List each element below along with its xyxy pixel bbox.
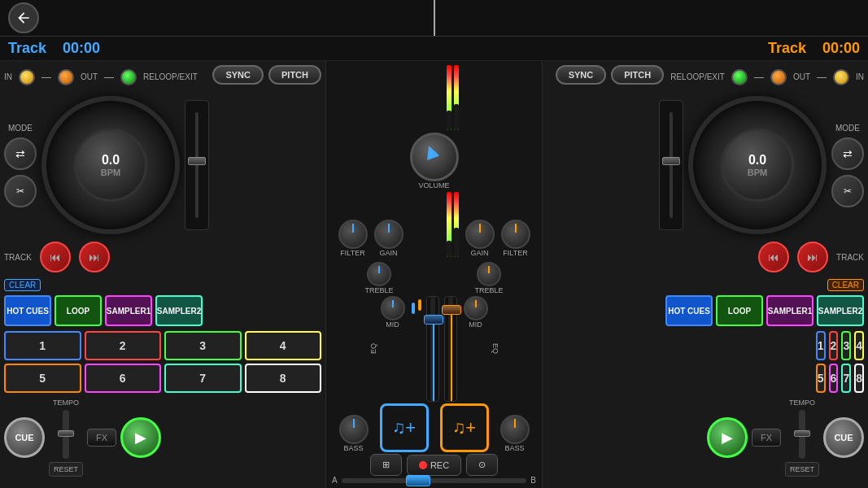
add-track-left-button[interactable]: ♫+ bbox=[380, 403, 429, 452]
left-fader-thumb[interactable] bbox=[424, 315, 443, 325]
right-pad-3[interactable]: 3 bbox=[841, 331, 851, 360]
right-reloop-label: RELOOP/EXIT bbox=[670, 72, 725, 81]
filter-left-knob[interactable] bbox=[338, 220, 368, 249]
eq-button[interactable]: ⊞ bbox=[370, 454, 402, 476]
right-pitch-button[interactable]: PITCH bbox=[611, 65, 664, 85]
left-jog-section: MODE ⇄ ✂ 0.0 BPM bbox=[4, 96, 321, 234]
left-loop-button[interactable]: LOOP bbox=[55, 295, 102, 326]
left-sampler1-button[interactable]: SAMPLER1 bbox=[105, 295, 152, 326]
left-prev-track-button[interactable]: ⏮ bbox=[40, 242, 71, 272]
right-fx-button[interactable]: FX bbox=[752, 429, 781, 447]
left-jog-wheel[interactable]: 0.0 BPM bbox=[41, 96, 180, 234]
right-pad-4[interactable]: 4 bbox=[854, 331, 864, 360]
left-mode-btn2[interactable]: ✂ bbox=[4, 175, 37, 207]
left-in-led[interactable] bbox=[19, 69, 35, 85]
right-next-track-button[interactable]: ⏭ bbox=[797, 242, 828, 272]
left-reset-button[interactable]: RESET bbox=[49, 462, 83, 477]
mid-left-knob[interactable] bbox=[381, 296, 405, 320]
left-pad-5[interactable]: 5 bbox=[4, 364, 81, 393]
left-reloop-led[interactable] bbox=[120, 69, 137, 85]
right-pitch-slider[interactable] bbox=[659, 100, 683, 230]
treble-left-label: TREBLE bbox=[364, 286, 393, 294]
left-mode-buttons: MODE ⇄ ✂ bbox=[4, 124, 37, 207]
right-mode-btn2[interactable]: ✂ bbox=[831, 175, 864, 207]
right-pad-6[interactable]: 6 bbox=[829, 364, 839, 393]
right-in-led[interactable] bbox=[833, 69, 849, 85]
left-pad-4[interactable]: 4 bbox=[245, 331, 322, 360]
left-play-button[interactable]: ▶ bbox=[120, 417, 161, 458]
right-mode-btn1[interactable]: ⇄ bbox=[831, 137, 864, 170]
deck-area: IN — OUT — RELOOP/EXIT SYNC PITCH MODE ⇄… bbox=[0, 61, 868, 488]
left-sync-button[interactable]: SYNC bbox=[212, 65, 264, 85]
top-bar bbox=[0, 0, 868, 37]
right-pad-2[interactable]: 2 bbox=[829, 331, 839, 360]
treble-left-knob[interactable] bbox=[367, 262, 391, 286]
right-pad-7[interactable]: 7 bbox=[841, 364, 851, 393]
right-fader-thumb[interactable] bbox=[442, 305, 461, 315]
rec-button[interactable]: REC bbox=[407, 455, 461, 476]
left-channel-fader[interactable] bbox=[426, 296, 439, 402]
right-pad-5[interactable]: 5 bbox=[816, 364, 826, 393]
left-pitch-thumb[interactable] bbox=[188, 157, 206, 165]
left-connector2: — bbox=[104, 72, 114, 83]
right-loop-button[interactable]: LOOP bbox=[716, 295, 763, 326]
left-clear-label: CLEAR bbox=[4, 279, 41, 291]
left-pad-8[interactable]: 8 bbox=[245, 364, 322, 393]
add-track-right-button[interactable]: ♫+ bbox=[440, 403, 489, 452]
right-jog-wheel[interactable]: 0.0 BPM bbox=[688, 96, 827, 234]
right-sampler2-button[interactable]: SAMPLER2 bbox=[817, 295, 864, 326]
back-button[interactable] bbox=[8, 2, 39, 33]
right-channel-fader[interactable] bbox=[444, 296, 457, 402]
crossfader-thumb[interactable] bbox=[406, 475, 430, 486]
left-pad-1[interactable]: 1 bbox=[4, 331, 81, 360]
left-pad-7[interactable]: 7 bbox=[164, 364, 242, 393]
right-hot-cues-button[interactable]: HOT CUES bbox=[665, 295, 713, 326]
crossfader-track[interactable] bbox=[342, 478, 527, 483]
right-sampler1-button[interactable]: SAMPLER1 bbox=[766, 295, 813, 326]
right-pad-1[interactable]: 1 bbox=[816, 331, 826, 360]
rec-dot bbox=[419, 461, 427, 469]
gain-left-knob[interactable] bbox=[374, 220, 403, 249]
left-pitch-button[interactable]: PITCH bbox=[268, 65, 321, 85]
left-bpm-value: 0.0 bbox=[102, 153, 120, 168]
right-pad-8[interactable]: 8 bbox=[854, 364, 864, 393]
right-play-button[interactable]: ▶ bbox=[707, 417, 748, 458]
right-sync-button[interactable]: SYNC bbox=[556, 65, 607, 85]
right-reloop-led[interactable] bbox=[731, 69, 748, 85]
left-pitch-track bbox=[195, 112, 198, 218]
left-tempo-slider[interactable] bbox=[63, 410, 69, 459]
left-fx-button[interactable]: FX bbox=[87, 429, 116, 447]
left-pad-3[interactable]: 3 bbox=[164, 331, 242, 360]
bass-left-knob[interactable] bbox=[339, 415, 369, 444]
volume-knob[interactable] bbox=[410, 133, 459, 181]
bass-left-container: BASS bbox=[339, 415, 369, 452]
left-next-track-button[interactable]: ⏭ bbox=[79, 242, 110, 272]
right-cue-button[interactable]: CUE bbox=[823, 417, 864, 458]
right-bpm-label: BPM bbox=[748, 168, 767, 177]
vu-meters-2 bbox=[447, 192, 459, 257]
left-pad-6[interactable]: 6 bbox=[85, 364, 162, 393]
left-pad-2[interactable]: 2 bbox=[85, 331, 162, 360]
right-tempo-thumb[interactable] bbox=[794, 430, 810, 437]
gain-left-indicator bbox=[388, 224, 390, 233]
bass-right-knob[interactable] bbox=[500, 415, 530, 444]
volume-knob-area: VOLUME bbox=[410, 133, 459, 190]
right-pitch-thumb[interactable] bbox=[662, 157, 680, 165]
left-cue-button[interactable]: CUE bbox=[4, 417, 45, 458]
right-out-led[interactable] bbox=[770, 69, 787, 85]
mid-right-knob[interactable] bbox=[464, 296, 488, 320]
left-tempo-thumb[interactable] bbox=[58, 430, 74, 437]
settings-button[interactable]: ⊙ bbox=[466, 454, 498, 476]
right-prev-track-button[interactable]: ⏮ bbox=[758, 242, 789, 272]
gain-right-knob[interactable] bbox=[465, 220, 495, 249]
right-reset-button[interactable]: RESET bbox=[785, 462, 819, 477]
left-mode-btn1[interactable]: ⇄ bbox=[4, 137, 37, 170]
right-tempo-slider[interactable] bbox=[799, 410, 805, 459]
treble-right-knob[interactable] bbox=[477, 262, 501, 286]
left-pitch-slider[interactable] bbox=[185, 100, 209, 230]
filter-right-knob[interactable] bbox=[501, 220, 530, 249]
left-hot-cues-button[interactable]: HOT CUES bbox=[4, 295, 51, 326]
left-out-led[interactable] bbox=[58, 69, 74, 85]
left-track-label2: TRACK bbox=[4, 253, 32, 262]
left-sampler2-button[interactable]: SAMPLER2 bbox=[155, 295, 203, 326]
